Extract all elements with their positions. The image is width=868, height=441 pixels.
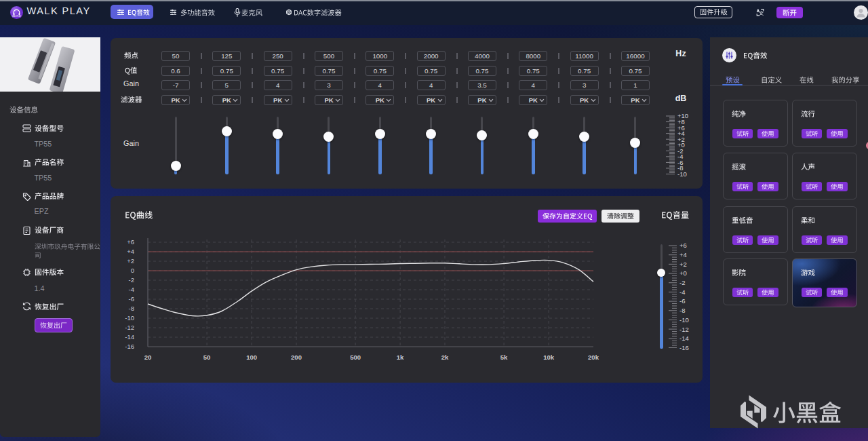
svg-text:20: 20 <box>144 353 152 361</box>
svg-text:-16: -16 <box>679 344 689 351</box>
svg-text:-8: -8 <box>679 307 685 314</box>
svg-text:200: 200 <box>291 353 302 361</box>
svg-text:-4: -4 <box>679 288 685 296</box>
svg-text:-2: -2 <box>679 279 685 286</box>
svg-text:-14: -14 <box>125 333 134 341</box>
svg-text:+6: +6 <box>127 238 134 246</box>
svg-text:20k: 20k <box>588 353 599 361</box>
svg-text:-2: -2 <box>129 276 134 284</box>
svg-text:+6: +6 <box>679 242 687 249</box>
svg-text:+2: +2 <box>127 257 134 265</box>
svg-text:2k: 2k <box>441 353 449 361</box>
svg-text:-8: -8 <box>129 305 134 312</box>
svg-text:500: 500 <box>350 353 361 361</box>
svg-text:-10: -10 <box>679 316 689 324</box>
svg-text:-16: -16 <box>125 343 134 350</box>
svg-text:WALKPLAY: WALKPLAY <box>12 15 22 18</box>
svg-text:50: 50 <box>203 353 211 361</box>
svg-text:-6: -6 <box>129 295 134 303</box>
svg-text:-12: -12 <box>679 326 689 333</box>
svg-text:+4: +4 <box>679 251 687 258</box>
svg-text:10k: 10k <box>543 353 555 361</box>
svg-text:+2: +2 <box>679 261 687 268</box>
svg-text:+4: +4 <box>127 248 134 255</box>
svg-text:100: 100 <box>246 353 257 361</box>
svg-text:+0: +0 <box>679 269 687 277</box>
svg-text:-10: -10 <box>125 314 134 322</box>
svg-text:5k: 5k <box>500 353 508 361</box>
svg-text:-12: -12 <box>125 324 134 331</box>
svg-text:-6: -6 <box>679 297 685 305</box>
svg-text:1k: 1k <box>397 353 404 361</box>
svg-text:-4: -4 <box>129 286 134 293</box>
svg-text:-14: -14 <box>679 334 689 342</box>
svg-text:0: 0 <box>131 267 134 274</box>
